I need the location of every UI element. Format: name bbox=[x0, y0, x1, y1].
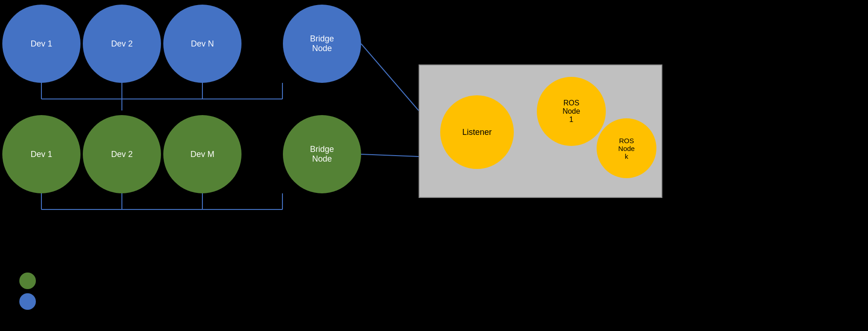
green-dev2-circle: Dev 2 bbox=[83, 115, 161, 193]
blue-devN-circle: Dev N bbox=[163, 5, 241, 83]
blue-bridge-circle: Bridge Node bbox=[283, 5, 361, 83]
legend-green-circle bbox=[19, 273, 36, 289]
diagram-container: Dev 1 Dev 2 Dev N Bridge Node Dev 1 Dev … bbox=[0, 0, 868, 331]
green-dev1-label: Dev 1 bbox=[30, 150, 52, 159]
green-dev2-label: Dev 2 bbox=[111, 150, 132, 159]
blue-devN-label: Dev N bbox=[191, 39, 214, 49]
green-bridge-circle: Bridge Node bbox=[283, 115, 361, 193]
blue-dev1-label: Dev 1 bbox=[30, 39, 52, 49]
blue-dev2-label: Dev 2 bbox=[111, 39, 132, 49]
blue-dev2-circle: Dev 2 bbox=[83, 5, 161, 83]
green-devM-circle: Dev M bbox=[163, 115, 241, 193]
ros-node-1-label: ROS Node 1 bbox=[563, 99, 580, 124]
ros-node-1-circle: ROS Node 1 bbox=[537, 77, 606, 146]
svg-line-13 bbox=[361, 44, 419, 110]
blue-dev1-circle: Dev 1 bbox=[2, 5, 80, 83]
ros-container-box: Listener ROS Node 1 ROS Node k bbox=[419, 64, 662, 198]
green-dev1-circle: Dev 1 bbox=[2, 115, 80, 193]
ros-node-k-circle: ROS Node k bbox=[597, 118, 656, 178]
green-bridge-label: Bridge Node bbox=[310, 145, 334, 164]
ros-node-k-label: ROS Node k bbox=[618, 137, 635, 160]
blue-bridge-label: Bridge Node bbox=[310, 34, 334, 53]
svg-line-14 bbox=[361, 154, 419, 157]
green-devM-label: Dev M bbox=[190, 150, 214, 159]
listener-circle: Listener bbox=[440, 95, 514, 169]
legend-blue-circle bbox=[19, 293, 36, 310]
listener-label: Listener bbox=[462, 128, 492, 137]
